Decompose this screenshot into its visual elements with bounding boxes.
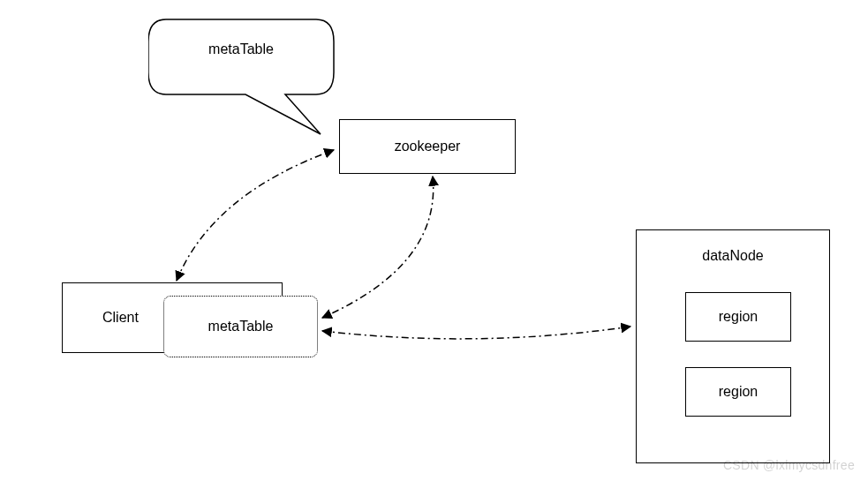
client-zookeeper-connection xyxy=(177,150,334,281)
metatable-datanode-connection xyxy=(322,327,630,339)
datanode-box: dataNode region region xyxy=(636,229,830,463)
zookeeper-metatable-connection xyxy=(322,177,434,318)
zookeeper-box: zookeeper xyxy=(339,119,516,174)
region-label-2: region xyxy=(719,384,758,400)
datanode-label: dataNode xyxy=(637,248,829,264)
region-label-1: region xyxy=(719,309,758,325)
metatable-local-label: metaTable xyxy=(208,319,274,334)
metatable-callout-label: metaTable xyxy=(208,41,274,64)
metatable-callout: metaTable xyxy=(148,11,334,139)
region-box-1: region xyxy=(685,292,791,342)
zookeeper-label: zookeeper xyxy=(395,139,461,154)
watermark-text: CSDN @lxlmycsdnfree xyxy=(723,458,855,472)
client-label: Client xyxy=(102,310,139,326)
region-box-2: region xyxy=(685,367,791,417)
metatable-local-box: metaTable xyxy=(163,296,318,357)
